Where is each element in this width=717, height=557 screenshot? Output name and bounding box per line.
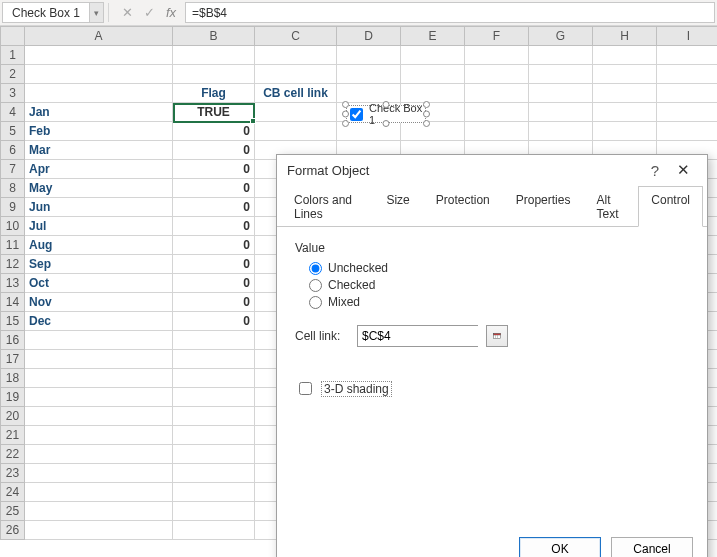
cell[interactable] [255,103,337,122]
col-header[interactable]: F [465,27,529,46]
cell[interactable] [25,65,173,84]
cell[interactable] [401,46,465,65]
select-all-corner[interactable] [1,27,25,46]
row-header[interactable]: 24 [1,483,25,502]
cell[interactable]: 0 [173,198,255,217]
cell[interactable] [25,464,173,483]
row-header[interactable]: 22 [1,445,25,464]
cell[interactable] [593,84,657,103]
row-header[interactable]: 2 [1,65,25,84]
cell[interactable] [465,122,529,141]
cell-link-input[interactable] [358,326,478,346]
cell[interactable] [173,445,255,464]
row-header[interactable]: 18 [1,369,25,388]
cell[interactable] [657,103,718,122]
cell[interactable] [657,65,718,84]
cell[interactable] [255,46,337,65]
cell[interactable] [173,426,255,445]
col-header[interactable]: A [25,27,173,46]
worksheet-grid[interactable]: A B C D E F G H I 123FlagCB cell link4Ja… [0,26,717,557]
cell[interactable] [465,65,529,84]
col-header[interactable]: C [255,27,337,46]
cell[interactable]: 0 [173,160,255,179]
cell[interactable] [255,122,337,141]
cell[interactable] [25,331,173,350]
cell[interactable] [25,350,173,369]
cancel-formula-icon[interactable]: ✕ [119,5,135,20]
col-header[interactable]: D [337,27,401,46]
cell[interactable]: Aug [25,236,173,255]
row-header[interactable]: 17 [1,350,25,369]
row-header[interactable]: 8 [1,179,25,198]
cell[interactable]: Mar [25,141,173,160]
radio-unchecked-row[interactable]: Unchecked [309,261,689,275]
col-header[interactable]: I [657,27,718,46]
cell[interactable] [657,46,718,65]
cell[interactable] [25,502,173,521]
cell[interactable]: TRUE [173,103,255,122]
tab-size[interactable]: Size [373,186,422,227]
cell[interactable] [465,46,529,65]
row-header[interactable]: 1 [1,46,25,65]
cell[interactable] [173,521,255,540]
cell[interactable] [401,84,465,103]
row-header[interactable]: 16 [1,331,25,350]
cell[interactable] [25,407,173,426]
cell[interactable] [173,388,255,407]
cell[interactable]: 0 [173,122,255,141]
name-box-dropdown-icon[interactable]: ▾ [89,3,103,22]
cell[interactable] [657,84,718,103]
col-header[interactable]: H [593,27,657,46]
name-box[interactable]: Check Box 1 ▾ [2,2,104,23]
cell[interactable]: Dec [25,312,173,331]
dialog-close-icon[interactable]: ✕ [669,161,697,179]
cell[interactable] [25,46,173,65]
cell[interactable] [593,103,657,122]
row-header[interactable]: 12 [1,255,25,274]
cell[interactable] [465,103,529,122]
cell[interactable] [529,46,593,65]
cell[interactable]: Sep [25,255,173,274]
cell[interactable] [593,65,657,84]
radio-mixed[interactable] [309,296,322,309]
cell[interactable] [657,122,718,141]
cell[interactable] [173,464,255,483]
radio-checked-row[interactable]: Checked [309,278,689,292]
row-header[interactable]: 19 [1,388,25,407]
cell[interactable] [337,84,401,103]
cell[interactable]: Jan [25,103,173,122]
tab-colors-and-lines[interactable]: Colors and Lines [281,186,373,227]
radio-checked[interactable] [309,279,322,292]
cell[interactable] [593,122,657,141]
accept-formula-icon[interactable]: ✓ [141,5,157,20]
cell[interactable]: 0 [173,293,255,312]
cell[interactable]: 0 [173,255,255,274]
cell[interactable]: May [25,179,173,198]
dialog-titlebar[interactable]: Format Object ? ✕ [277,155,707,185]
cell[interactable]: 0 [173,141,255,160]
tab-protection[interactable]: Protection [423,186,503,227]
row-header[interactable]: 15 [1,312,25,331]
formula-bar[interactable]: =$B$4 [185,2,715,23]
radio-unchecked[interactable] [309,262,322,275]
col-header[interactable]: E [401,27,465,46]
cell[interactable] [529,84,593,103]
tab-alt-text[interactable]: Alt Text [583,186,638,227]
cell[interactable] [173,502,255,521]
cell[interactable] [337,46,401,65]
cell[interactable] [529,103,593,122]
cell[interactable]: 0 [173,217,255,236]
range-picker-button[interactable] [486,325,508,347]
row-header[interactable]: 23 [1,464,25,483]
row-header[interactable]: 14 [1,293,25,312]
checkbox-form-control-box[interactable] [350,108,363,121]
cell[interactable]: 0 [173,236,255,255]
cell[interactable] [25,445,173,464]
cell[interactable] [173,331,255,350]
row-header[interactable]: 26 [1,521,25,540]
fx-icon[interactable]: fx [163,5,179,20]
cell[interactable] [401,65,465,84]
cell[interactable]: Oct [25,274,173,293]
tab-properties[interactable]: Properties [503,186,584,227]
ok-button[interactable]: OK [519,537,601,557]
